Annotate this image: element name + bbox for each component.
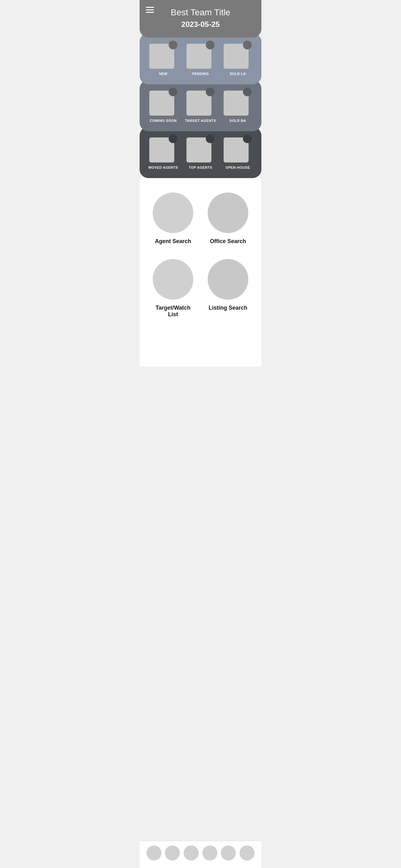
card-pending[interactable]: PENDING [183,41,218,75]
agent-search-icon [153,192,193,233]
target-watch-list-label: Target/Watch List [150,305,196,318]
card-open-house-label: OPEN HOUSE [226,165,250,169]
office-search-icon [208,192,248,233]
menu-button[interactable] [146,7,154,13]
listing-search-icon [208,259,248,300]
card-sold-la-dot [243,41,252,50]
card-pending-icon-wrapper [187,41,214,69]
card-top-agents[interactable]: TOP AGENTS [183,134,218,169]
card-sold-ba[interactable]: SOLD BA [221,88,255,122]
target-watch-list-item[interactable]: Target/Watch List [147,253,199,323]
office-search-item[interactable]: Office Search [202,186,254,250]
card-moved-agents[interactable]: MOVED AGENTS [146,134,180,169]
card-sold-ba-label: SOLD BA [230,119,246,122]
listing-search-item[interactable]: Listing Search [202,253,254,323]
card-row-coming-target-sold: COMING SOON TARGET AGENTS SOLD BA [140,80,261,131]
listing-search-label: Listing Search [209,305,247,311]
header-date: 2023-05-25 [147,20,254,29]
card-target-agents[interactable]: TARGET AGENTS [183,88,218,122]
cards-stack: NEW PENDING SOLD LA COMING SOON [140,33,261,178]
card-target-agents-dot [206,88,214,96]
card-sold-la[interactable]: SOLD LA [221,41,255,75]
card-coming-soon-label: COMING SOON [150,119,177,122]
card-coming-soon-icon-wrapper [149,88,177,116]
card-pending-label: PENDING [192,72,209,75]
search-grid: Agent Search Office Search Target/Watch … [147,186,254,323]
office-search-label: Office Search [210,238,246,245]
card-sold-ba-icon-wrapper [224,88,252,116]
card-new-icon-wrapper [149,41,177,69]
card-coming-soon[interactable]: COMING SOON [146,88,180,122]
card-top-agents-dot [206,134,214,143]
card-top-agents-label: TOP AGENTS [189,165,212,169]
agent-search-item[interactable]: Agent Search [147,186,199,250]
card-row-new-pending-sold: NEW PENDING SOLD LA [140,33,261,84]
card-open-house-dot [243,134,252,143]
card-top-agents-icon-wrapper [187,134,214,162]
card-sold-ba-dot [243,88,252,96]
card-target-agents-icon-wrapper [187,88,214,116]
card-new-label: NEW [159,72,167,75]
agent-search-label: Agent Search [155,238,191,245]
card-pending-dot [206,41,214,50]
app-title: Best Team Title [147,7,254,18]
card-moved-agents-label: MOVED AGENTS [148,165,178,169]
card-open-house[interactable]: OPEN HOUSE [221,134,255,169]
card-open-house-icon-wrapper [224,134,252,162]
card-moved-agents-dot [169,134,177,143]
card-row-moved-top-open: MOVED AGENTS TOP AGENTS OPEN HOUSE [140,127,261,178]
card-sold-la-label: SOLD LA [230,72,246,75]
bottom-spacer [147,323,254,360]
card-moved-agents-icon-wrapper [149,134,177,162]
header: Best Team Title 2023-05-25 [140,0,261,37]
card-coming-soon-dot [169,88,177,96]
card-sold-la-icon-wrapper [224,41,252,69]
card-new[interactable]: NEW [146,41,180,75]
card-target-agents-label: TARGET AGENTS [185,119,216,122]
card-new-dot [169,41,177,50]
search-section: Agent Search Office Search Target/Watch … [140,174,261,367]
target-watch-list-icon [153,259,193,300]
